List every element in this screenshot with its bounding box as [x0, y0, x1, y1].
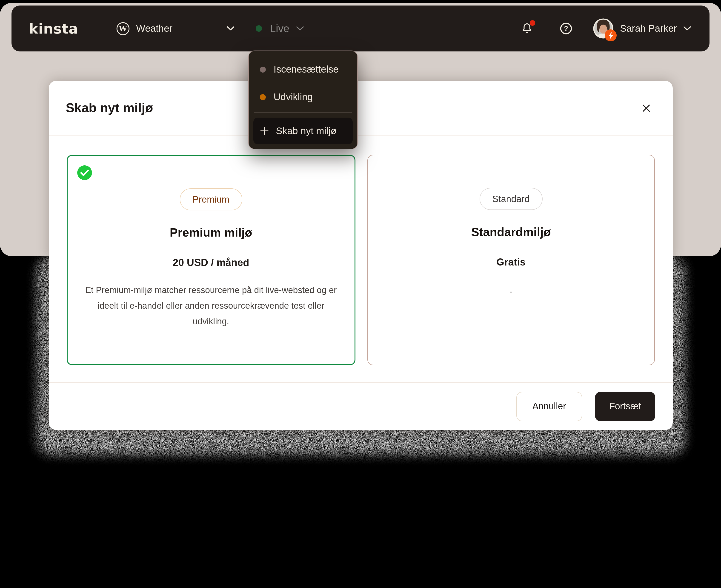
modal-footer: Annuller Fortsæt	[49, 382, 673, 430]
plus-icon	[260, 126, 269, 135]
question-mark-icon: ?	[559, 22, 573, 35]
kinsta-logo[interactable]: kinsta	[29, 20, 78, 37]
menu-divider	[254, 112, 352, 113]
app-canvas: kinsta W Weather Live	[0, 0, 721, 588]
card-description: .	[379, 282, 643, 298]
chevron-down-icon	[296, 26, 304, 31]
menu-item-create-environment[interactable]: Skab nyt miljø	[253, 118, 353, 144]
chevron-down-icon	[683, 26, 691, 31]
premium-badge: Premium	[180, 188, 242, 210]
lightning-badge	[605, 29, 617, 41]
chevron-down-icon	[227, 26, 235, 31]
card-price: Gratis	[496, 256, 525, 268]
modal-title: Skab nyt miljø	[66, 101, 153, 115]
svg-text:?: ?	[564, 25, 568, 33]
user-name[interactable]: Sarah Parker	[620, 23, 677, 34]
create-environment-modal: Skab nyt miljø Premium Premium miljø 20 …	[49, 81, 673, 430]
help-button[interactable]: ?	[559, 22, 573, 35]
wordpress-icon: W	[116, 21, 130, 36]
site-name: Weather	[136, 23, 173, 34]
site-selector[interactable]: W Weather	[116, 21, 235, 36]
menu-item-label: Skab nyt miljø	[276, 125, 337, 136]
environment-selector[interactable]: Live	[256, 22, 304, 35]
standard-badge: Standard	[479, 188, 542, 210]
menu-item-label: Iscenesættelse	[274, 64, 339, 75]
menu-item-development[interactable]: Udvikling	[253, 83, 353, 111]
development-dot-icon	[260, 94, 266, 100]
cancel-button[interactable]: Annuller	[516, 392, 582, 421]
live-status-dot	[256, 25, 262, 32]
staging-dot-icon	[260, 66, 266, 72]
card-price: 20 USD / måned	[173, 257, 249, 269]
environment-name: Live	[270, 22, 289, 35]
modal-body: Premium Premium miljø 20 USD / måned Et …	[49, 135, 673, 365]
notifications-button[interactable]	[521, 22, 534, 35]
close-button[interactable]	[639, 101, 654, 115]
premium-environment-card[interactable]: Premium Premium miljø 20 USD / måned Et …	[67, 155, 355, 365]
menu-item-label: Udvikling	[274, 91, 313, 102]
standard-environment-card[interactable]: Standard Standardmiljø Gratis .	[367, 155, 655, 365]
environment-dropdown: Iscenesættelse Udvikling Skab nyt miljø	[248, 50, 358, 149]
close-icon	[641, 103, 652, 113]
card-description: Et Premium-miljø matcher ressourcerne på…	[79, 282, 343, 329]
modal-header: Skab nyt miljø	[49, 81, 673, 135]
card-title: Standardmiljø	[471, 225, 551, 239]
user-menu-chevron[interactable]	[683, 26, 691, 31]
user-avatar[interactable]	[594, 18, 614, 39]
card-title: Premium miljø	[170, 226, 252, 240]
svg-text:W: W	[119, 24, 127, 33]
footer-actions: Annuller Fortsæt	[49, 383, 673, 430]
menu-item-staging[interactable]: Iscenesættelse	[253, 56, 353, 83]
selected-check-icon	[77, 165, 93, 181]
top-nav-bar: kinsta W Weather Live	[12, 5, 709, 51]
continue-button[interactable]: Fortsæt	[595, 392, 655, 421]
notification-badge	[530, 20, 536, 26]
